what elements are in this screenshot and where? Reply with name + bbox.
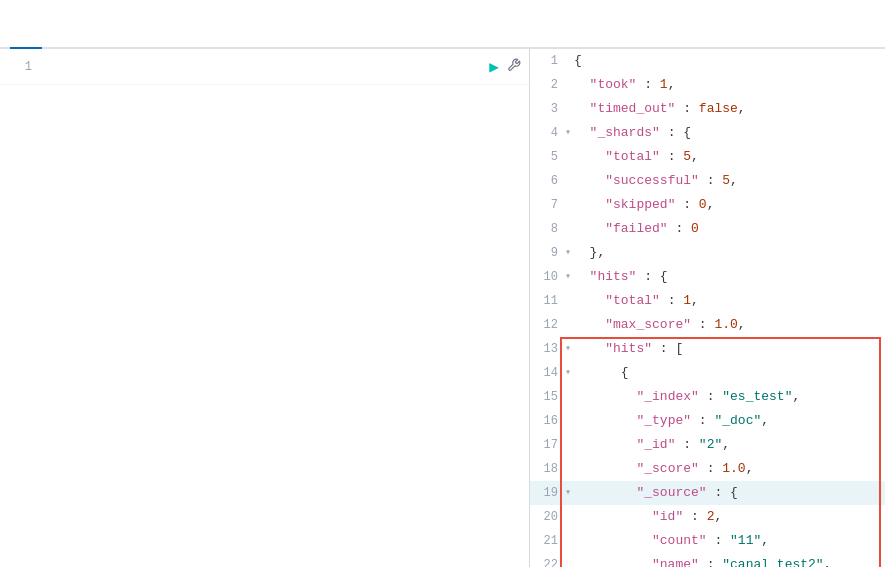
output-line-17: 17 "_id" : "2", [530,433,885,457]
output-line-text: "total" : 1, [574,290,885,312]
output-line-text: "name" : "canal_test2", [574,554,885,567]
output-line-text: "skipped" : 0, [574,194,885,216]
output-line-number: 1 [530,50,562,72]
output-line-number: 20 [530,506,562,528]
output-line-text: "_index" : "es_test", [574,386,885,408]
output-line-4: 4▾ "_shards" : { [530,121,885,145]
output-line-text: "successful" : 5, [574,170,885,192]
left-editor-panel: 1 ▶ [0,49,530,567]
output-line-number: 3 [530,98,562,120]
editor-actions: ▶ [489,57,521,77]
output-lines: 1{2 "took" : 1,3 "timed_out" : false,4▾ … [530,49,885,567]
output-line-text: "max_score" : 1.0, [574,314,885,336]
output-line-text: "count" : "11", [574,530,885,552]
output-line-number: 15 [530,386,562,408]
output-collapse-arrow[interactable]: ▾ [562,362,574,384]
output-line-8: 8 "failed" : 0 [530,217,885,241]
output-line-text: "total" : 5, [574,146,885,168]
output-line-text: { [574,50,885,72]
output-collapse-arrow[interactable]: ▾ [562,482,574,504]
output-line-number: 19 [530,482,562,504]
output-line-number: 4 [530,122,562,144]
output-line-14: 14▾ { [530,361,885,385]
output-line-text: "_shards" : { [574,122,885,144]
output-line-text: "_type" : "_doc", [574,410,885,432]
output-line-21: 21 "count" : "11", [530,529,885,553]
output-line-1: 1{ [530,49,885,73]
output-line-number: 14 [530,362,562,384]
output-line-number: 13 [530,338,562,360]
output-line-text: "_source" : { [574,482,885,504]
output-collapse-arrow[interactable]: ▾ [562,266,574,288]
output-line-number: 22 [530,554,562,567]
output-line-13: 13▾ "hits" : [ [530,337,885,361]
output-line-number: 10 [530,266,562,288]
output-line-number: 5 [530,146,562,168]
output-line-number: 8 [530,218,562,240]
output-line-number: 2 [530,74,562,96]
output-line-6: 6 "successful" : 5, [530,169,885,193]
main-content: 1 ▶ 1{2 "took" : 1,3 "timed_out" : false… [0,49,885,567]
output-line-number: 9 [530,242,562,264]
output-line-text: "id" : 2, [574,506,885,528]
output-line-text: "failed" : 0 [574,218,885,240]
output-line-11: 11 "total" : 1, [530,289,885,313]
output-line-number: 18 [530,458,562,480]
output-line-text: "took" : 1, [574,74,885,96]
play-button[interactable]: ▶ [489,57,499,77]
output-line-text: "timed_out" : false, [574,98,885,120]
output-line-number: 21 [530,530,562,552]
output-line-text: "hits" : [ [574,338,885,360]
output-line-18: 18 "_score" : 1.0, [530,457,885,481]
output-line-2: 2 "took" : 1, [530,73,885,97]
tab-bar [0,0,885,49]
editor-line-1: 1 ▶ [0,49,529,85]
output-line-22: 22 "name" : "canal_test2", [530,553,885,567]
wrench-button[interactable] [507,58,521,76]
output-line-number: 17 [530,434,562,456]
output-line-3: 3 "timed_out" : false, [530,97,885,121]
editor-line-number: 1 [8,60,32,74]
output-scroll[interactable]: 1{2 "took" : 1,3 "timed_out" : false,4▾ … [530,49,885,567]
output-line-text: }, [574,242,885,264]
right-output-panel: 1{2 "took" : 1,3 "timed_out" : false,4▾ … [530,49,885,567]
output-line-19: 19▾ "_source" : { [530,481,885,505]
output-line-7: 7 "skipped" : 0, [530,193,885,217]
output-line-number: 12 [530,314,562,336]
output-collapse-arrow[interactable]: ▾ [562,122,574,144]
output-line-9: 9▾ }, [530,241,885,265]
output-line-10: 10▾ "hits" : { [530,265,885,289]
output-line-20: 20 "id" : 2, [530,505,885,529]
output-line-15: 15 "_index" : "es_test", [530,385,885,409]
tab-grok-debugger[interactable] [74,23,106,49]
output-line-number: 16 [530,410,562,432]
tab-console[interactable] [10,23,42,49]
output-line-number: 7 [530,194,562,216]
tab-search-profiler[interactable] [42,23,74,49]
output-line-16: 16 "_type" : "_doc", [530,409,885,433]
output-line-text: "_id" : "2", [574,434,885,456]
output-line-text: "hits" : { [574,266,885,288]
output-collapse-arrow[interactable]: ▾ [562,338,574,360]
output-line-text: { [574,362,885,384]
output-line-number: 11 [530,290,562,312]
output-line-number: 6 [530,170,562,192]
output-line-5: 5 "total" : 5, [530,145,885,169]
output-line-12: 12 "max_score" : 1.0, [530,313,885,337]
output-collapse-arrow[interactable]: ▾ [562,242,574,264]
output-line-text: "_score" : 1.0, [574,458,885,480]
